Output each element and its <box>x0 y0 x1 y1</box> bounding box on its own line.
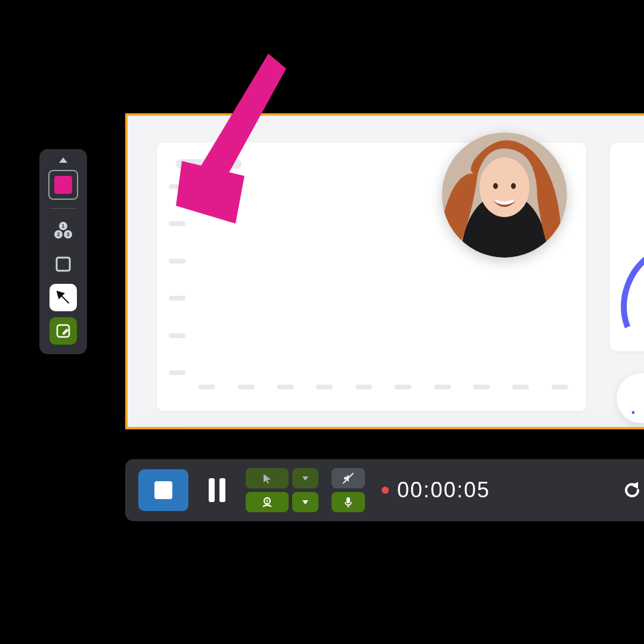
svg-marker-16 <box>302 476 308 481</box>
stop-button[interactable] <box>138 469 188 511</box>
edit-tool-icon <box>55 323 72 339</box>
svg-text:2: 2 <box>57 231 60 237</box>
chart-title-placeholder <box>176 159 242 169</box>
microphone-icon <box>342 496 354 508</box>
webcam-icon <box>261 496 274 509</box>
svg-rect-22 <box>348 506 349 507</box>
color-swatch-fill <box>54 176 72 194</box>
restart-button[interactable] <box>614 469 644 511</box>
svg-marker-19 <box>302 500 308 504</box>
chart-x-axis <box>199 385 568 389</box>
svg-point-12 <box>479 157 530 217</box>
audio-toggle-column <box>332 468 365 512</box>
svg-text:1: 1 <box>61 223 64 229</box>
rectangle-tool-button[interactable] <box>49 250 77 278</box>
arrow-tool-icon <box>54 289 72 306</box>
system-audio-mute-button[interactable] <box>332 468 365 488</box>
source-toggle-grid <box>246 468 318 512</box>
numbers-tool-button[interactable]: 1 2 3 <box>49 217 77 244</box>
stop-icon <box>154 481 172 499</box>
donut-chart-fragment <box>605 231 644 370</box>
speaker-muted-icon <box>342 472 355 485</box>
recording-elapsed: 00:00:05 <box>397 478 490 503</box>
plus-icon: · <box>630 398 637 423</box>
svg-point-18 <box>266 500 268 501</box>
svg-rect-21 <box>346 497 350 503</box>
svg-marker-23 <box>631 482 638 489</box>
svg-rect-6 <box>57 258 70 271</box>
annotation-toolbar: 1 2 3 <box>39 149 87 354</box>
svg-point-13 <box>493 183 498 189</box>
svg-marker-15 <box>264 474 271 484</box>
cursor-icon <box>261 472 273 484</box>
presenter-avatar <box>442 132 567 258</box>
recording-timer: 00:00:05 <box>382 478 490 503</box>
pause-icon <box>209 478 225 502</box>
restart-icon <box>620 478 644 502</box>
arrow-tool-button[interactable] <box>49 284 77 311</box>
floating-action-button[interactable]: · <box>617 373 644 423</box>
svg-point-14 <box>511 183 516 189</box>
side-card <box>609 142 644 352</box>
webcam-menu-button[interactable] <box>292 492 318 512</box>
recording-indicator-icon <box>382 487 389 494</box>
webcam-toggle-button[interactable] <box>246 492 289 512</box>
cursor-effects-button[interactable] <box>246 468 289 488</box>
chevron-down-icon <box>301 498 309 506</box>
webcam-bubble[interactable] <box>442 132 567 258</box>
chart-y-axis <box>169 184 193 375</box>
recording-canvas: · <box>125 113 644 429</box>
rectangle-tool-icon <box>54 255 72 273</box>
pause-button[interactable] <box>202 469 233 511</box>
edit-tool-button[interactable] <box>49 317 77 345</box>
mic-button[interactable] <box>332 492 365 512</box>
chevron-down-icon <box>301 474 309 482</box>
svg-text:3: 3 <box>66 231 69 237</box>
scroll-up-icon[interactable] <box>59 157 67 163</box>
recorder-bar: 00:00:05 <box>125 459 644 521</box>
toolbar-divider <box>50 208 76 209</box>
cursor-effects-menu-button[interactable] <box>292 468 318 488</box>
numbers-tool-icon: 1 2 3 <box>53 221 73 241</box>
color-swatch[interactable] <box>48 170 78 200</box>
